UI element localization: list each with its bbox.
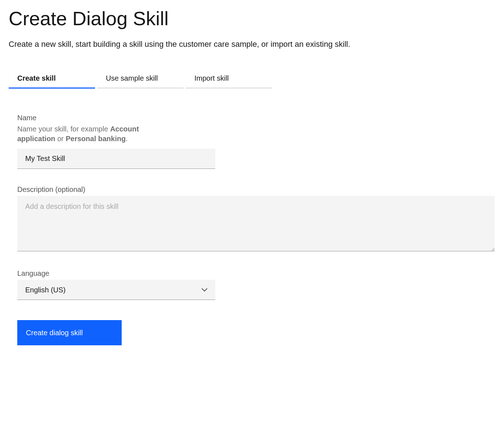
description-label: Description (optional) [17, 185, 495, 194]
description-input[interactable] [17, 196, 495, 251]
name-input[interactable] [17, 149, 215, 169]
name-helper-suffix: . [126, 135, 128, 143]
name-helper-prefix: Name your skill, for example [17, 125, 110, 133]
name-helper-mid: or [55, 135, 66, 143]
language-select[interactable]: English (US) [17, 280, 215, 300]
name-helper-text: Name your skill, for example Account app… [17, 124, 161, 144]
create-dialog-skill-button[interactable]: Create dialog skill [17, 320, 122, 345]
language-field-block: Language English (US) [17, 269, 495, 300]
name-label: Name [17, 114, 495, 122]
name-helper-example2: Personal banking [66, 135, 126, 143]
tab-import-skill[interactable]: Import skill [186, 69, 272, 89]
language-label: Language [17, 269, 495, 278]
language-select-wrap: English (US) [17, 280, 215, 300]
name-field-block: Name Name your skill, for example Accoun… [17, 114, 495, 169]
tab-use-sample-skill[interactable]: Use sample skill [97, 69, 184, 89]
create-skill-form: Name Name your skill, for example Accoun… [9, 114, 495, 345]
tab-create-skill[interactable]: Create skill [9, 69, 95, 89]
tabs: Create skill Use sample skill Import ski… [9, 69, 495, 89]
page-subtitle: Create a new skill, start building a ski… [9, 40, 495, 49]
page-title: Create Dialog Skill [9, 7, 495, 30]
description-field-block: Description (optional) [17, 185, 495, 253]
